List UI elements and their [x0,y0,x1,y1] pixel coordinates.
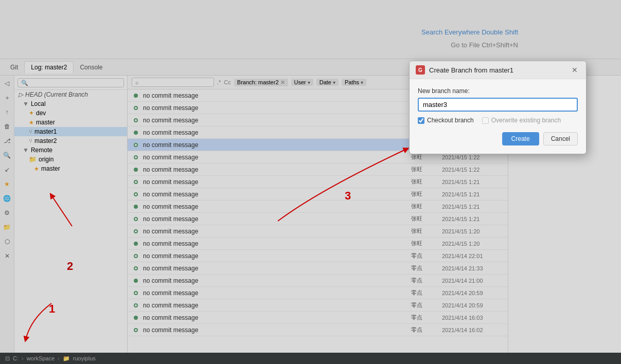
overwrite-branch-option[interactable]: Overwrite existing branch [482,117,561,124]
dialog-titlebar: G Create Branch from master1 ✕ [410,61,586,79]
branch-name-input[interactable] [418,98,578,112]
dialog-app-icon: G [416,65,425,75]
checkout-branch-option[interactable]: Checkout branch [418,117,474,124]
dialog-title: Create Branch from master1 [429,66,570,74]
cancel-button[interactable]: Cancel [543,132,578,145]
overwrite-branch-checkbox[interactable] [482,117,489,124]
create-button[interactable]: Create [502,132,539,145]
dialog-options: Checkout branch Overwrite existing branc… [418,117,578,124]
create-branch-dialog: G Create Branch from master1 ✕ New branc… [409,61,587,154]
dialog-close-button[interactable]: ✕ [570,66,580,74]
checkout-branch-checkbox[interactable] [418,117,424,124]
dialog-icon-label: G [418,67,422,73]
dialog-field-label: New branch name: [418,87,578,95]
overwrite-branch-label: Overwrite existing branch [491,117,561,124]
checkout-branch-label: Checkout branch [427,117,474,124]
dialog-buttons: Create Cancel [418,132,578,145]
modal-overlay [0,0,621,364]
dialog-body: New branch name: Checkout branch Overwri… [410,79,586,154]
